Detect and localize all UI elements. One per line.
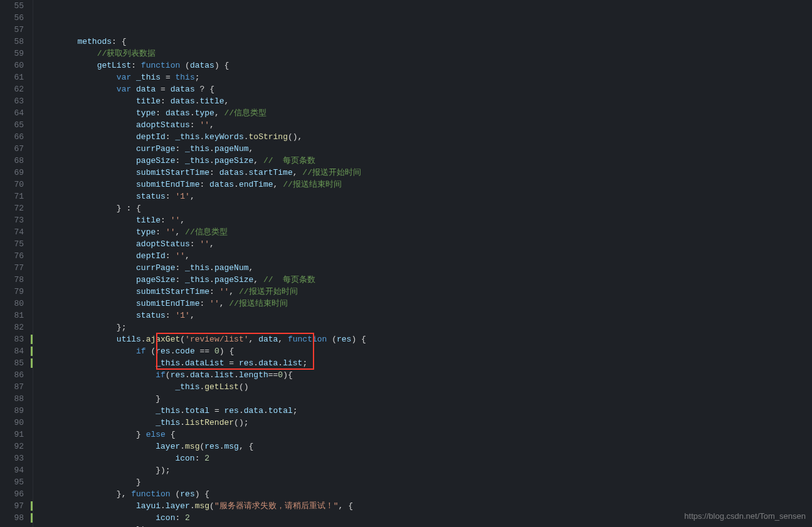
line-number: 62: [5, 83, 24, 95]
line-number: 55: [5, 0, 24, 12]
line-number: 81: [5, 310, 24, 321]
code-line[interactable]: //获取列表数据: [38, 48, 812, 60]
code-line[interactable]: submitEndTime: '', //报送结束时间: [38, 298, 812, 310]
line-number: 88: [5, 393, 24, 405]
line-number: 93: [5, 452, 24, 464]
code-line[interactable]: status: '1',: [38, 190, 812, 202]
code-line[interactable]: });: [38, 524, 812, 527]
line-number: 63: [5, 95, 24, 107]
code-line[interactable]: layui.layer.msg("服务器请求失败，请稍后重试！", {: [38, 500, 812, 512]
line-number: 98: [5, 512, 24, 524]
code-line[interactable]: submitEndTime: datas.endTime, //报送结束时间: [38, 179, 812, 190]
line-number: 90: [5, 417, 24, 429]
line-number: 57: [5, 24, 24, 36]
code-line[interactable]: }: [38, 393, 812, 405]
line-number: 85: [5, 357, 24, 369]
line-number: 74: [5, 226, 24, 238]
line-number: 96: [5, 488, 24, 500]
line-number: 72: [5, 202, 24, 214]
line-number: 91: [5, 429, 24, 441]
code-line[interactable]: _this.listRender();: [38, 417, 812, 429]
line-number: 83: [5, 333, 24, 345]
code-line[interactable]: title: datas.title,: [38, 95, 812, 107]
line-number: 68: [5, 155, 24, 167]
code-line[interactable]: if(res.data.list.length==0){: [38, 369, 812, 381]
code-line[interactable]: }, function (res) {: [38, 488, 812, 500]
code-line[interactable]: } : {: [38, 202, 812, 214]
code-line[interactable]: type: '', //信息类型: [38, 226, 812, 238]
line-number: 56: [5, 12, 24, 24]
line-number: 87: [5, 381, 24, 393]
code-line[interactable]: title: '',: [38, 214, 812, 226]
code-line[interactable]: icon: 2: [38, 452, 812, 464]
line-number: 89: [5, 405, 24, 417]
line-number: 92: [5, 441, 24, 452]
code-line[interactable]: utils.ajaxGet('review/list', data, funct…: [38, 333, 812, 345]
line-number: 73: [5, 214, 24, 226]
line-number: 65: [5, 119, 24, 131]
line-number: 58: [5, 36, 24, 48]
line-number: 84: [5, 345, 24, 357]
code-line[interactable]: var _this = this;: [38, 71, 812, 83]
line-number: 95: [5, 476, 24, 488]
code-editor[interactable]: 5556575859606162636465666768697071727374…: [0, 0, 812, 527]
code-line[interactable]: pageSize: _this.pageSize, // 每页条数: [38, 274, 812, 286]
code-line[interactable]: currPage: _this.pageNum,: [38, 143, 812, 155]
code-line[interactable]: };: [38, 321, 812, 333]
line-number: 64: [5, 107, 24, 119]
line-number: 59: [5, 48, 24, 60]
code-line[interactable]: getList: function (datas) {: [38, 60, 812, 71]
line-number: 69: [5, 167, 24, 179]
code-line[interactable]: _this.total = res.data.total;: [38, 405, 812, 417]
code-line[interactable]: pageSize: _this.pageSize, // 每页条数: [38, 155, 812, 167]
code-line[interactable]: deptId: _this.keyWords.toString(),: [38, 131, 812, 143]
line-number: 60: [5, 60, 24, 71]
line-number: 71: [5, 190, 24, 202]
code-line[interactable]: deptId: '',: [38, 250, 812, 262]
code-line[interactable]: _this.getList(): [38, 381, 812, 393]
line-number: 67: [5, 143, 24, 155]
code-area[interactable]: methods: { //获取列表数据 getList: function (d…: [33, 0, 812, 527]
code-line[interactable]: _this.dataList = res.data.list;: [38, 357, 812, 369]
line-number: 86: [5, 369, 24, 381]
code-line[interactable]: methods: {: [38, 36, 812, 48]
code-line[interactable]: submitStartTime: '', //报送开始时间: [38, 286, 812, 298]
code-line[interactable]: });: [38, 464, 812, 476]
code-line[interactable]: if (res.code == 0) {: [38, 345, 812, 357]
line-number: 79: [5, 286, 24, 298]
line-number: 94: [5, 464, 24, 476]
code-line[interactable]: currPage: _this.pageNum,: [38, 262, 812, 274]
line-number: 61: [5, 71, 24, 83]
code-line[interactable]: }: [38, 476, 812, 488]
code-line[interactable]: icon: 2: [38, 512, 812, 524]
code-line[interactable]: } else {: [38, 429, 812, 441]
line-number: 66: [5, 131, 24, 143]
line-number: 76: [5, 250, 24, 262]
code-line[interactable]: status: '1',: [38, 310, 812, 321]
line-number: 75: [5, 238, 24, 250]
code-line[interactable]: adoptStatus: '',: [38, 119, 812, 131]
code-line[interactable]: var data = datas ? {: [38, 83, 812, 95]
line-number: 70: [5, 179, 24, 190]
code-line[interactable]: adoptStatus: '',: [38, 238, 812, 250]
line-number-gutter: 5556575859606162636465666768697071727374…: [0, 0, 33, 527]
line-number: 78: [5, 274, 24, 286]
line-number: 77: [5, 262, 24, 274]
line-number: 97: [5, 500, 24, 512]
code-line[interactable]: layer.msg(res.msg, {: [38, 441, 812, 452]
code-line[interactable]: submitStartTime: datas.startTime, //报送开始…: [38, 167, 812, 179]
line-number: 82: [5, 321, 24, 333]
line-number: 80: [5, 298, 24, 310]
code-line[interactable]: type: datas.type, //信息类型: [38, 107, 812, 119]
